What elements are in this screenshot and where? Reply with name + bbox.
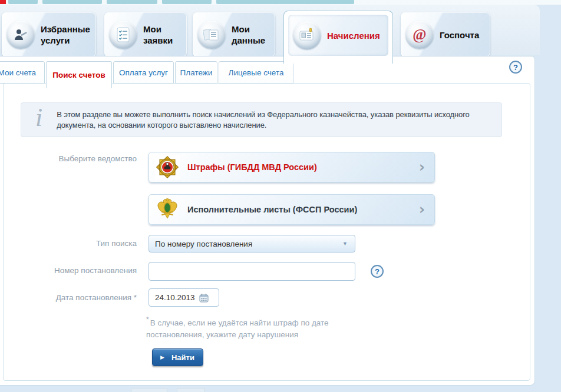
subtab-pay-services[interactable]: Оплата услуг: [113, 61, 174, 84]
red-corner-marker: [0, 0, 6, 4]
chevron-right-icon: ›: [419, 202, 425, 217]
category-tab-edge: [216, 0, 354, 4]
subtab-payments[interactable]: Платежи: [175, 61, 217, 84]
gospochta-at-icon: @: [405, 21, 434, 49]
find-button-label: Найти: [171, 353, 194, 362]
decree-number-label: Номер постановления: [0, 266, 137, 275]
category-tab-edge: [162, 0, 212, 4]
date-footnote: *В случае, если не удаётся найти штраф п…: [146, 314, 355, 341]
find-button[interactable]: ▶ Найти: [152, 348, 203, 366]
category-tab-edge: [107, 0, 157, 4]
tab-gospochta[interactable]: @ Госпочта: [401, 12, 490, 57]
tab-my-applications[interactable]: Мои заявки: [104, 12, 187, 57]
applications-checklist-icon: [109, 21, 137, 49]
subtab-search-accounts[interactable]: Поиск счетов: [46, 61, 112, 88]
number-help-icon[interactable]: ?: [371, 265, 384, 278]
footnote-asterisk: *: [146, 315, 149, 324]
subtab-personal-accounts[interactable]: Лицевые счета: [219, 61, 293, 84]
search-type-value: По номеру постановления: [155, 240, 252, 248]
department-label: Выберите ведомство: [0, 154, 137, 163]
tab-favorites-services[interactable]: Избранные услуги: [2, 12, 96, 57]
footer-partial-element: [177, 388, 205, 392]
top-category-strip: [0, 0, 561, 5]
subtab-label: Лицевые счета: [229, 68, 284, 77]
favorites-person-icon: [6, 21, 35, 49]
fssp-emblem-icon: [154, 197, 180, 222]
dropdown-arrow-icon: ▼: [342, 241, 348, 247]
section-help-icon[interactable]: ?: [509, 61, 522, 74]
page: Избранные услуги Мои заявки Мои данные Н…: [0, 0, 561, 392]
charges-card-icon: [293, 21, 321, 49]
personal-documents-icon: [197, 21, 226, 49]
calendar-icon[interactable]: [199, 293, 209, 303]
tab-label: Госпочта: [440, 29, 479, 41]
tab-label: Мои данные: [232, 24, 275, 46]
department-button-label: Штрафы (ГИБДД МВД России): [187, 162, 317, 172]
question-mark-glyph: ?: [375, 267, 380, 276]
subtab-label: Поиск счетов: [52, 71, 105, 79]
play-arrow-icon: ▶: [160, 354, 164, 360]
tab-label: Избранные услуги: [41, 24, 96, 46]
decree-date-input[interactable]: 24.10.2013: [148, 288, 219, 307]
footer-partial-element: [131, 388, 167, 392]
department-button-fssp[interactable]: Исполнительные листы (ФССП России) ›: [148, 194, 435, 225]
question-mark-glyph: ?: [513, 63, 518, 72]
department-button-gibdd[interactable]: Штрафы (ГИБДД МВД России) ›: [148, 152, 435, 182]
department-button-label: Исполнительные листы (ФССП России): [187, 205, 357, 214]
subtab-label: Оплата услуг: [119, 68, 168, 77]
at-sign-glyph: @: [412, 26, 426, 43]
decree-date-label: Дата постановления *: [0, 293, 137, 302]
search-type-label: Тип поиска: [0, 239, 137, 248]
info-icon: i: [35, 105, 42, 131]
info-box: i В этом разделе вы можете выполнить пои…: [21, 102, 502, 137]
decree-date-value: 24.10.2013: [155, 293, 195, 302]
chevron-right-icon: ›: [419, 160, 425, 174]
search-type-select[interactable]: По номеру постановления ▼: [148, 235, 355, 253]
decree-number-input[interactable]: [148, 262, 355, 281]
subtab-label: Мои счета: [0, 68, 36, 77]
mvd-emblem-icon: [154, 154, 180, 180]
info-text: В этом разделе вы можете выполнить поиск…: [57, 109, 493, 131]
tab-label: Мои заявки: [143, 24, 187, 46]
tab-label: Начисления: [327, 30, 380, 41]
category-tab-edge: [8, 0, 38, 4]
subtab-label: Платежи: [180, 68, 213, 77]
tab-my-data[interactable]: Мои данные: [193, 12, 275, 57]
tab-charges[interactable]: Начисления: [288, 15, 388, 56]
tab-charges-active-frame: Начисления: [283, 11, 393, 64]
subtab-my-accounts[interactable]: Мои счета: [0, 61, 45, 84]
category-tab-edge: [42, 0, 102, 4]
main-nav-bar: Избранные услуги Мои заявки Мои данные Н…: [0, 5, 540, 55]
footnote-text: В случае, если не удаётся найти штраф по…: [146, 318, 329, 339]
